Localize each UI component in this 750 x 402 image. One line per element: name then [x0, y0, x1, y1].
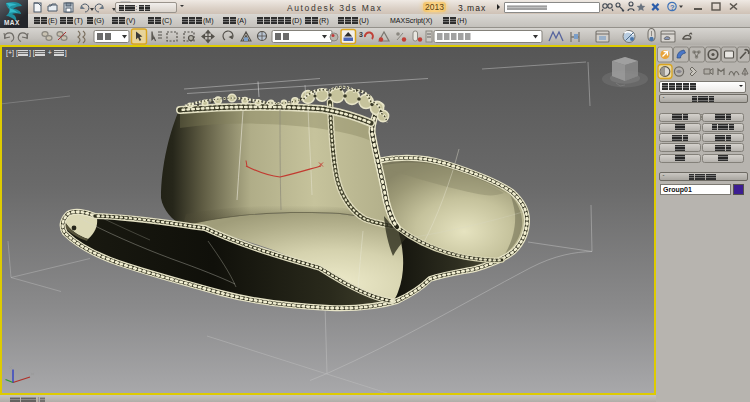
svg-text:3: 3 — [359, 31, 363, 38]
svg-text:?: ? — [670, 3, 675, 12]
